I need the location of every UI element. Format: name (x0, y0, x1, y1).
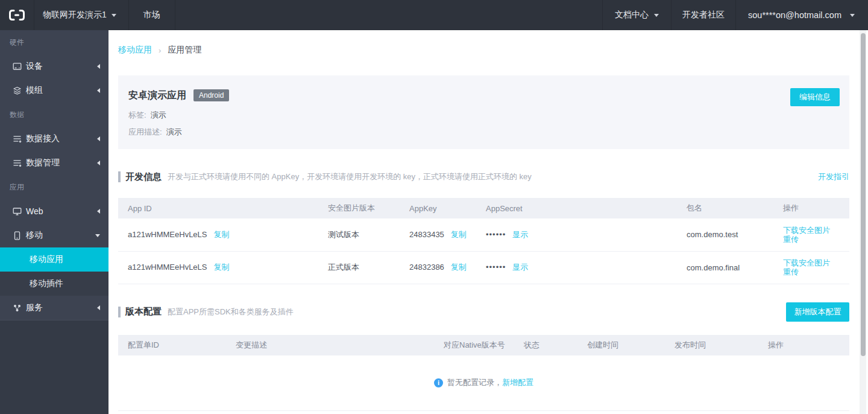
sidebar-item-label: 设备 (26, 61, 97, 72)
col-publish-time: 发布时间 (665, 335, 758, 355)
app-tag-value: 演示 (151, 110, 166, 119)
table-row: a121wHMMEeHvLeLS复制 测试版本 24833435复制 •••••… (118, 218, 849, 251)
sidebar-subitem-mobile-app[interactable]: 移动应用 (0, 247, 108, 272)
reupload-link[interactable]: 重传 (783, 235, 849, 244)
project-selector[interactable]: 物联网开发演示1 (34, 0, 129, 30)
config-table-empty-state: i 暂无配置记录， 新增配置 (118, 355, 849, 411)
env-version: 正式版本 (328, 263, 359, 272)
env-version: 测试版本 (328, 230, 359, 239)
sidebar-item-label: 数据管理 (26, 158, 97, 168)
add-config-link[interactable]: 新增配置 (502, 377, 533, 388)
nav-docs-label: 文档中心 (615, 10, 649, 21)
col-native-version: 对应Native版本号 (434, 335, 514, 355)
download-image-link[interactable]: 下载安全图片 (783, 258, 849, 267)
breadcrumb-separator-icon: › (159, 46, 161, 55)
appkey-value: 24833435 (409, 230, 444, 239)
sidebar-item-label: 模组 (26, 85, 97, 96)
collapse-arrow-icon (97, 209, 100, 214)
vertical-scrollbar (860, 30, 866, 414)
section-marker (118, 307, 121, 317)
table-row: a121wHMMEeHvLeLS复制 正式版本 24832386复制 •••••… (118, 251, 849, 284)
dev-guide-link[interactable]: 开发指引 (818, 171, 849, 182)
collapse-arrow-icon (97, 136, 100, 141)
version-config-table: 配置单ID 变更描述 对应Native版本号 状态 创建时间 发布时间 操作 (118, 335, 849, 355)
sidebar-section-data: 数据 (0, 103, 108, 127)
sidebar-item-label: 移动 (26, 230, 95, 241)
nav-market[interactable]: 市场 (129, 0, 175, 30)
version-config-description: 配置APP所需SDK和各类服务及插件 (168, 307, 294, 317)
reupload-link[interactable]: 重传 (783, 267, 849, 276)
sidebar-item-data-manage[interactable]: 数据管理 (0, 151, 108, 175)
sidebar-subitem-label: 移动插件 (30, 278, 63, 289)
copy-appkey-link[interactable]: 复制 (451, 263, 467, 272)
app-info-card: 安卓演示应用 Android 标签:演示 应用描述:演示 编辑信息 (118, 75, 849, 149)
empty-text: 暂无配置记录， (447, 377, 502, 388)
breadcrumb-parent[interactable]: 移动应用 (118, 45, 152, 56)
scrollbar-thumb[interactable] (861, 33, 866, 356)
module-icon (12, 86, 22, 95)
dev-info-table: App ID 安全图片版本 AppKey AppSecret 包名 操作 a12… (118, 198, 849, 284)
show-secret-link[interactable]: 显示 (512, 230, 528, 239)
account-menu[interactable]: sou****on@hotmail.com (735, 0, 868, 30)
appsecret-mask: •••••• (486, 230, 506, 239)
dev-table-header-row: App ID 安全图片版本 AppKey AppSecret 包名 操作 (118, 198, 849, 218)
chevron-down-icon (112, 14, 116, 17)
col-app-id: App ID (118, 198, 318, 218)
chevron-down-icon (654, 14, 659, 17)
col-status: 状态 (514, 335, 577, 355)
app-id-value: a121wHMMEeHvLeLS (128, 263, 207, 272)
sidebar-item-modules[interactable]: 模组 (0, 78, 108, 103)
copy-appkey-link[interactable]: 复制 (451, 230, 467, 239)
col-created-time: 创建时间 (577, 335, 665, 355)
appsecret-mask: •••••• (486, 263, 506, 272)
dev-info-section-header: 开发信息 开发与正式环境请使用不同的 AppKey，开发环境请使用开发环境的 k… (118, 170, 849, 184)
nav-docs[interactable]: 文档中心 (602, 0, 671, 30)
col-appsecret: AppSecret (476, 198, 677, 218)
package-name: com.demo.final (687, 263, 740, 272)
platform-logo[interactable] (0, 0, 34, 30)
sidebar-item-mobile[interactable]: 移动 (0, 223, 108, 247)
topbar-spacer (175, 0, 602, 30)
copy-appid-link[interactable]: 复制 (214, 230, 230, 239)
col-appkey: AppKey (400, 198, 476, 218)
web-icon (12, 206, 22, 216)
app-desc-label: 应用描述: (128, 127, 162, 136)
platform-badge: Android (193, 89, 229, 101)
data-manage-icon (12, 158, 22, 168)
package-name: com.demo.test (687, 230, 738, 239)
collapse-arrow-icon (97, 161, 100, 165)
download-image-link[interactable]: 下载安全图片 (783, 226, 849, 235)
sidebar-item-devices[interactable]: 设备 (0, 54, 108, 78)
sidebar-item-label: 数据接入 (26, 133, 97, 144)
col-actions: 操作 (758, 335, 849, 355)
expand-arrow-icon (95, 234, 100, 237)
col-config-id: 配置单ID (118, 335, 226, 355)
main-content: 移动应用 › 应用管理 安卓演示应用 Android 标签:演示 应用描述:演示… (108, 30, 849, 414)
copy-appid-link[interactable]: 复制 (214, 263, 230, 272)
col-image-version: 安全图片版本 (318, 198, 400, 218)
account-email: sou****on@hotmail.com (748, 10, 841, 20)
section-marker (118, 171, 121, 182)
show-secret-link[interactable]: 显示 (512, 263, 528, 272)
dev-info-description: 开发与正式环境请使用不同的 AppKey，开发环境请使用开发环境的 key，正式… (168, 171, 532, 182)
sidebar-item-services[interactable]: 服务 (0, 296, 108, 320)
sidebar-item-label: 服务 (26, 302, 97, 313)
collapse-arrow-icon (97, 88, 100, 93)
add-version-config-button[interactable]: 新增版本配置 (786, 302, 849, 322)
edit-info-button[interactable]: 编辑信息 (790, 88, 840, 106)
sidebar-item-label: Web (26, 206, 97, 216)
sidebar-subitem-mobile-plugin[interactable]: 移动插件 (0, 272, 108, 296)
nav-community[interactable]: 开发者社区 (671, 0, 735, 30)
project-selector-label: 物联网开发演示1 (43, 10, 107, 21)
app-tag-row: 标签:演示 (128, 110, 840, 119)
nav-market-label: 市场 (143, 10, 160, 21)
col-change-desc: 变更描述 (226, 335, 434, 355)
config-table-header-row: 配置单ID 变更描述 对应Native版本号 状态 创建时间 发布时间 操作 (118, 335, 849, 355)
sidebar-item-web[interactable]: Web (0, 199, 108, 223)
sidebar: 硬件 设备 模组 数据 (0, 30, 108, 414)
data-access-icon (12, 134, 22, 144)
device-icon (12, 62, 22, 71)
sidebar-item-data-access[interactable]: 数据接入 (0, 127, 108, 151)
chevron-down-icon (850, 14, 855, 17)
service-icon (12, 303, 22, 313)
